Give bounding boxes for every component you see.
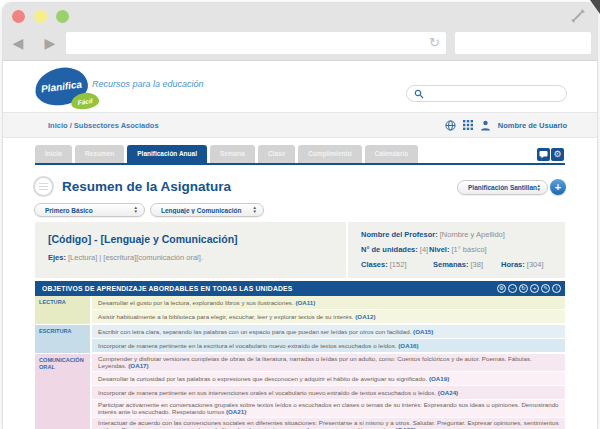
comments-button[interactable] <box>537 148 550 161</box>
objective-text: Escribir con letra clara, separando las … <box>98 328 411 335</box>
settings-icon[interactable]: ⚙ <box>497 284 506 293</box>
objective-text: Incorporar de manera pertinente en sus i… <box>98 389 436 396</box>
tab-clase[interactable]: Clase <box>258 145 295 163</box>
classes-value: [152] <box>390 260 407 269</box>
subject-select[interactable]: Lenguaje y Comunicación ▲▼ <box>150 203 264 217</box>
objective-text: Comprender y disfrutar versiones complet… <box>98 355 532 369</box>
group-label: COMUNICACIÓN ORAL <box>35 354 90 429</box>
hours-label: Horas: <box>501 260 525 269</box>
tab-inicio[interactable]: Inicio <box>35 145 72 163</box>
units-label: N° de unidades: <box>361 245 418 254</box>
objective-row: Interactuar de acuerdo con las convencio… <box>92 418 565 429</box>
objective-text: Incorporar de manera pertinente en la es… <box>98 342 397 349</box>
tab-semana[interactable]: Semana <box>210 145 255 163</box>
objective-text: Desarrollar el gusto por la lectura, exp… <box>98 299 294 306</box>
objectives-toolbar: ⚙ − ↻ + ✎ i <box>497 284 561 293</box>
screenshot-stage: ◀ ▶ ↻ Planifica Fácil Recursos para la e… <box>0 0 600 429</box>
add-plan-button[interactable]: + <box>550 179 566 195</box>
objective-code: (OA15) <box>413 328 433 335</box>
objective-code: (OA21) <box>226 408 246 415</box>
objective-row: Desarrollar el gusto por la lectura, exp… <box>92 296 565 310</box>
browser-search-box[interactable] <box>455 32 591 54</box>
browser-back-button[interactable]: ◀ <box>6 32 30 54</box>
url-input[interactable] <box>72 34 426 54</box>
level-label: Nivel: <box>429 245 449 254</box>
logo-secondary-text: Fácil <box>77 97 93 106</box>
brand-tagline: Recursos para la educación <box>92 79 204 89</box>
objective-code: (OA12) <box>355 313 375 320</box>
objective-row: Incorporar de manera pertinente en sus i… <box>92 386 565 400</box>
edit-icon[interactable]: ✎ <box>541 284 550 293</box>
globe-icon[interactable] <box>445 120 456 131</box>
objective-text: Asistir habitualmente a la biblioteca pa… <box>98 313 354 320</box>
tab-resumen[interactable]: Resumen <box>75 145 124 163</box>
objective-row: Comprender y disfrutar versiones complet… <box>92 354 565 372</box>
page-title: Resumen de la Asignatura <box>62 179 231 194</box>
window-close-button[interactable] <box>12 10 25 23</box>
objective-group-escritura: ESCRITURA Escribir con letra clara, sepa… <box>35 325 565 353</box>
objective-row: Incorporar de manera pertinente en la es… <box>92 339 565 353</box>
select-arrows-icon: ▲▼ <box>134 206 138 213</box>
objective-row: Escribir con letra clara, separando las … <box>92 325 565 339</box>
browser-chrome: ◀ ▶ ↻ <box>3 3 597 61</box>
objectives-header-title: OBJETIVOS DE APRENDIZAJE ABORDABLES EN T… <box>42 285 293 292</box>
objective-text: Participar activamente en conversaciones… <box>98 401 559 415</box>
group-label: LECTURA <box>35 296 90 324</box>
expand-window-icon[interactable] <box>570 8 586 24</box>
plan-select-value: Planificación Santillana <box>468 184 537 191</box>
site-search-box[interactable] <box>406 85 567 102</box>
objective-code: (OA19) <box>429 375 449 382</box>
objectives-header-bar: OBJETIVOS DE APRENDIZAJE ABORDABLES EN T… <box>35 281 565 296</box>
utility-bar: Inicio / Subsectores Asociados <box>3 112 597 138</box>
browser-search-input[interactable] <box>461 34 589 54</box>
logo-primary-text: Planifica <box>40 79 82 95</box>
axes-value: [Lectura] | [escritura][comunicación ora… <box>68 253 203 262</box>
browser-forward-button[interactable]: ▶ <box>38 32 62 54</box>
window-minimize-button[interactable] <box>34 10 47 23</box>
axes-label: Ejes: <box>48 253 66 262</box>
user-name[interactable]: Nombre de Usuario <box>498 121 567 130</box>
summary-icon <box>33 176 54 197</box>
course-stats-panel: Nombre del Profesor: [Nombre y Apellido]… <box>348 222 565 278</box>
grade-select-value: Primero Básico <box>45 207 134 214</box>
tabs-underline <box>35 163 565 165</box>
apps-grid-icon[interactable] <box>463 120 473 130</box>
course-axes: Ejes: [Lectura] | [escritura][comunicaci… <box>48 253 346 262</box>
objective-text: Desarrollar la curiosidad por las palabr… <box>98 375 427 382</box>
select-arrows-icon: ▲▼ <box>253 206 257 213</box>
weeks-label: Semanas: <box>433 260 468 269</box>
collapse-icon[interactable]: − <box>508 284 517 293</box>
objective-code: (OA11) <box>295 299 315 306</box>
professor-label: Nombre del Profesor: <box>361 230 438 239</box>
utility-actions: Nombre de Usuario <box>445 120 567 131</box>
url-bar[interactable]: ↻ <box>66 32 446 54</box>
plan-select[interactable]: Planificación Santillana ▲▼ <box>457 180 548 195</box>
refresh-icon[interactable]: ↻ <box>519 284 528 293</box>
add-icon[interactable]: + <box>530 284 539 293</box>
grade-select[interactable]: Primero Básico ▲▼ <box>34 203 145 217</box>
classes-label: Clases: <box>361 260 388 269</box>
classes-weeks-hours-line: Clases: [152] Semanas: [38] Horas: [304] <box>361 257 565 272</box>
units-value: [4] <box>420 245 428 254</box>
tab-planificacion-anual[interactable]: Planificación Anual <box>127 145 207 163</box>
select-arrows-icon: ▲▼ <box>537 184 541 191</box>
reload-icon[interactable]: ↻ <box>429 35 440 51</box>
objectives-table: LECTURA Desarrollar el gusto por la lect… <box>35 296 565 429</box>
window-maximize-button[interactable] <box>56 10 69 23</box>
info-icon[interactable]: i <box>552 284 561 293</box>
settings-button[interactable]: ⚙ <box>551 148 564 161</box>
tab-cumplimiento[interactable]: Cumplimiento <box>298 145 361 163</box>
site-search-input[interactable] <box>428 88 562 99</box>
user-icon[interactable] <box>480 120 491 131</box>
objective-code: (OA16) <box>398 342 418 349</box>
breadcrumb[interactable]: Inicio / Subsectores Asociados <box>48 121 159 130</box>
objective-row: Desarrollar la curiosidad por las palabr… <box>92 372 565 386</box>
professor-value: [Nombre y Apellido] <box>440 230 505 239</box>
objective-row: Asistir habitualmente a la biblioteca pa… <box>92 310 565 324</box>
objective-group-comunicacion-oral: COMUNICACIÓN ORAL Comprender y disfrutar… <box>35 354 565 429</box>
weeks-value: [38] <box>471 260 484 269</box>
objective-group-lectura: LECTURA Desarrollar el gusto por la lect… <box>35 296 565 324</box>
main-tabs: Inicio Resumen Planificación Anual Seman… <box>35 145 418 163</box>
gear-icon: ⚙ <box>553 150 561 159</box>
tab-calendario[interactable]: Calendario <box>365 145 419 163</box>
